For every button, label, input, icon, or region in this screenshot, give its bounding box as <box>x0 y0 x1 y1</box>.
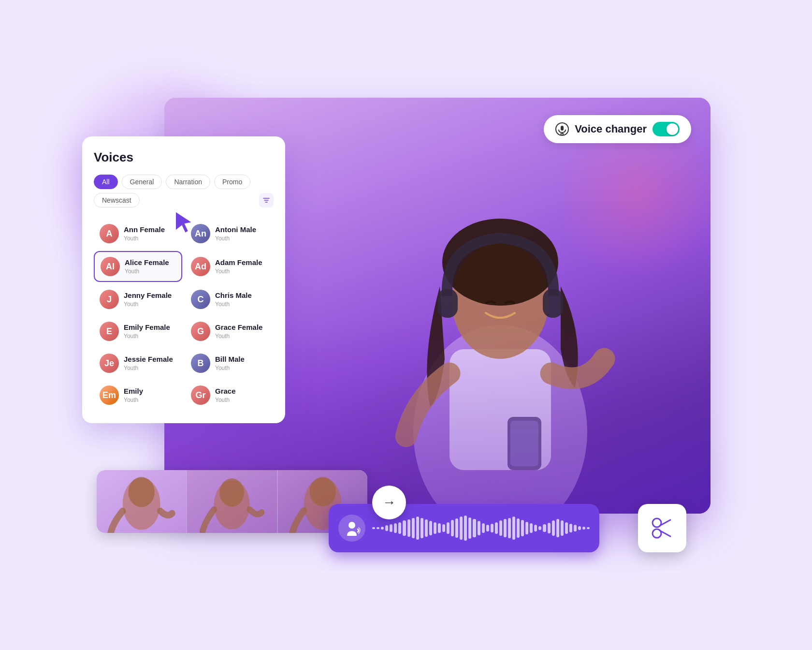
waveform-bar <box>525 522 528 535</box>
voice-name-ann: Ann Female <box>124 225 165 234</box>
waveform-bar <box>377 527 379 529</box>
voice-item-jessie[interactable]: Je Jessie Female Youth <box>94 349 182 378</box>
voice-changer-icon <box>555 122 569 136</box>
voice-tag-jessie: Youth <box>124 365 173 371</box>
avatar-ann: A <box>100 224 119 243</box>
voice-item-grace[interactable]: Gr Grace Youth <box>185 381 274 410</box>
voice-tag-bill: Youth <box>215 365 245 371</box>
filter-tab-general[interactable]: General <box>122 175 162 189</box>
filmstrip-bar <box>97 470 367 533</box>
voices-grid: A Ann Female Youth An Antoni Male Youth … <box>94 219 274 410</box>
voices-panel-title: Voices <box>94 150 274 165</box>
svg-point-25 <box>348 522 355 529</box>
waveform-bar <box>429 521 432 535</box>
avatar-alice: Al <box>101 257 120 276</box>
cursor-arrow <box>173 209 197 236</box>
voice-item-alice[interactable]: Al Alice Female Youth <box>94 251 182 282</box>
waveform-bar <box>385 525 388 531</box>
filter-tab-promo[interactable]: Promo <box>214 175 250 189</box>
voice-item-adam[interactable]: Ad Adam Female Youth <box>185 251 274 282</box>
waveform-bar <box>517 518 520 538</box>
waveform-bar <box>478 521 480 535</box>
scissors-button[interactable] <box>638 504 686 552</box>
voice-info-grace: Grace Youth <box>215 387 236 403</box>
waveform-bar <box>534 525 537 531</box>
voice-tag-grace-female: Youth <box>215 333 262 340</box>
svg-rect-9 <box>561 126 564 131</box>
voice-name-jessie: Jessie Female <box>124 355 173 364</box>
waveform-bar <box>455 518 458 538</box>
voice-item-antoni[interactable]: An Antoni Male Youth <box>185 219 274 248</box>
filter-tab-newscast[interactable]: Newscast <box>94 193 140 207</box>
voice-info-alice: Alice Female Youth <box>125 258 169 275</box>
waveform-bar <box>504 519 507 537</box>
waveform-bar <box>372 527 375 529</box>
waveform-bar <box>398 522 401 534</box>
voice-name-grace: Grace <box>215 387 236 396</box>
waveform-bar <box>512 517 515 539</box>
svg-point-21 <box>220 478 245 507</box>
audio-bar <box>329 504 599 552</box>
voice-item-emily[interactable]: Em Emily Youth <box>94 381 182 410</box>
voices-panel: Voices All General Narration Promo Newsc… <box>82 136 285 423</box>
voice-info-adam: Adam Female Youth <box>215 258 262 275</box>
voice-tag-adam: Youth <box>215 268 262 275</box>
waveform-bar <box>464 516 467 541</box>
voice-tag-grace: Youth <box>215 397 236 403</box>
voice-name-emily: Emily <box>124 387 143 396</box>
avatar-adam: Ad <box>191 257 210 276</box>
waveform-bar <box>495 522 498 534</box>
waveform-bar <box>425 519 428 537</box>
avatar-jenny: J <box>100 290 119 309</box>
voice-tag-ann: Youth <box>124 235 165 242</box>
arrow-icon: → <box>382 495 396 510</box>
film-segment-2 <box>186 470 276 533</box>
voice-item-emily-female[interactable]: E Emily Female Youth <box>94 317 182 346</box>
voice-name-adam: Adam Female <box>215 258 262 267</box>
voice-item-ann[interactable]: A Ann Female Youth <box>94 219 182 248</box>
waveform-bar <box>538 526 541 531</box>
voice-info-chris: Chris Male Youth <box>215 291 252 308</box>
filter-tab-all[interactable]: All <box>94 175 118 189</box>
avatar-grace: Gr <box>191 385 210 405</box>
waveform-bar <box>442 524 445 532</box>
svg-point-18 <box>128 477 155 507</box>
arrow-button[interactable]: → <box>372 486 406 519</box>
avatar-chris: C <box>191 290 210 309</box>
voice-item-grace-female[interactable]: G Grace Female Youth <box>185 317 274 346</box>
waveform-bar <box>530 523 533 533</box>
waveform-bar <box>582 527 585 530</box>
voice-info-ann: Ann Female Youth <box>124 225 165 242</box>
waveform-bar <box>381 527 384 530</box>
voice-changer-toggle[interactable] <box>652 122 680 136</box>
voice-changer-badge: Voice changer <box>544 115 691 143</box>
waveform-bar <box>508 518 511 539</box>
voice-name-grace-female: Grace Female <box>215 323 262 332</box>
avatar-bill: B <box>191 354 210 373</box>
voice-name-jenny: Jenny Female <box>124 291 172 300</box>
voice-item-chris[interactable]: C Chris Male Youth <box>185 285 274 314</box>
voice-tag-alice: Youth <box>125 268 169 275</box>
waveform-bar <box>412 518 415 539</box>
waveform-bar <box>451 520 454 536</box>
waveform-bar <box>499 520 502 535</box>
waveform-bar <box>403 520 406 535</box>
voice-info-emily-female: Emily Female Youth <box>124 323 170 340</box>
waveform-bar <box>486 525 489 531</box>
voice-tag-emily: Youth <box>124 397 143 403</box>
waveform-bar <box>482 523 485 533</box>
voice-info-emily: Emily Youth <box>124 387 143 403</box>
svg-rect-5 <box>543 289 563 318</box>
voice-item-jenny[interactable]: J Jenny Female Youth <box>94 285 182 314</box>
filter-icon[interactable] <box>259 193 274 207</box>
voice-item-bill[interactable]: B Bill Male Youth <box>185 349 274 378</box>
voice-name-alice: Alice Female <box>125 258 169 267</box>
waveform-bar <box>552 520 555 535</box>
waveform-bar <box>548 523 551 533</box>
filter-tabs: All General Narration Promo Newscast <box>94 175 274 207</box>
filter-tab-narration[interactable]: Narration <box>166 175 210 189</box>
waveform-bar <box>561 520 564 535</box>
waveform-bar <box>578 526 581 531</box>
waveform-bar <box>447 522 450 534</box>
waveform-bar <box>574 525 577 531</box>
